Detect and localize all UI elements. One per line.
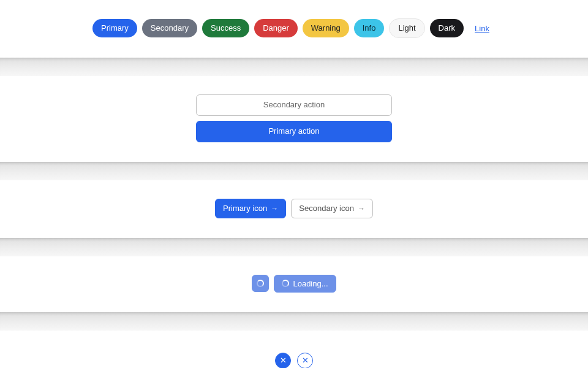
section-divider — [0, 238, 588, 256]
success-pill-button[interactable]: Success — [202, 19, 249, 37]
loading-icon-button[interactable] — [252, 275, 269, 292]
secondary-action-button[interactable]: Secondary action — [196, 94, 392, 116]
circle-row-small: ✕ ✕ — [275, 353, 313, 368]
section-divider — [0, 162, 588, 180]
close-icon: ✕ — [302, 356, 309, 364]
link-button[interactable]: Link — [469, 20, 496, 37]
arrow-right-icon: → — [271, 205, 278, 212]
close-icon: ✕ — [280, 356, 287, 364]
pill-variants-section: Primary Secondary Success Danger Warning… — [0, 0, 588, 58]
dark-pill-button[interactable]: Dark — [430, 19, 464, 37]
secondary-icon-button[interactable]: Secondary icon → — [291, 199, 373, 218]
warning-pill-button[interactable]: Warning — [303, 19, 349, 37]
circle-buttons-section: ✕ ✕ — [0, 331, 588, 368]
secondary-pill-button[interactable]: Secondary — [142, 19, 197, 37]
primary-action-button[interactable]: Primary action — [196, 121, 392, 142]
spinner-icon — [257, 280, 264, 287]
primary-icon-button[interactable]: Primary icon → — [215, 199, 286, 218]
loading-button-label: Loading... — [293, 279, 328, 288]
info-pill-button[interactable]: Info — [354, 19, 385, 37]
spinner-icon — [282, 280, 289, 287]
block-buttons-section: Secondary action Primary action — [0, 76, 588, 162]
light-pill-button[interactable]: Light — [389, 18, 424, 38]
primary-pill-button[interactable]: Primary — [92, 19, 137, 37]
icon-buttons-section: Primary icon → Secondary icon → — [0, 180, 588, 238]
secondary-icon-button-label: Secondary icon — [299, 203, 354, 214]
close-circle-primary-button[interactable]: ✕ — [275, 353, 291, 368]
loading-buttons-section: Loading... — [0, 256, 588, 312]
arrow-right-icon: → — [358, 205, 365, 212]
block-button-stack: Secondary action Primary action — [196, 94, 392, 142]
close-circle-outline-button[interactable]: ✕ — [297, 353, 313, 368]
section-divider — [0, 58, 588, 76]
primary-icon-button-label: Primary icon — [223, 203, 267, 214]
loading-button[interactable]: Loading... — [274, 275, 336, 293]
danger-pill-button[interactable]: Danger — [254, 19, 298, 37]
section-divider — [0, 312, 588, 331]
